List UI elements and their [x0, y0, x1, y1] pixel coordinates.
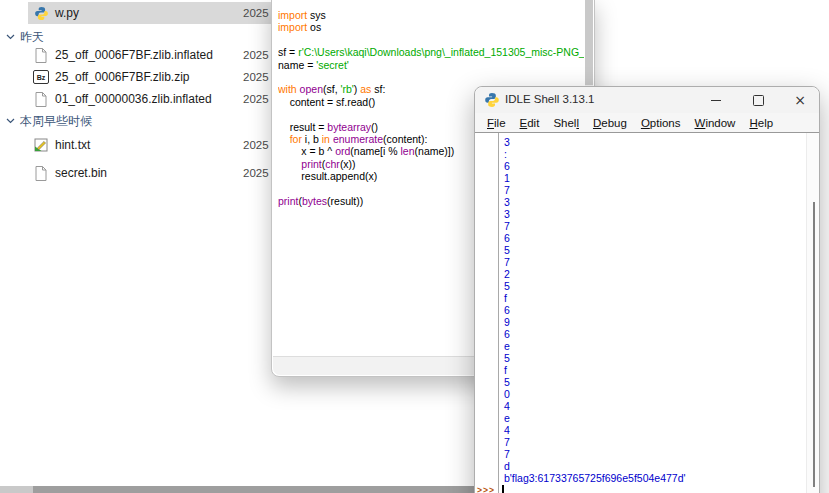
code-line [278, 34, 584, 46]
menu-shell[interactable]: Shell [546, 117, 586, 129]
group-label: 昨天 [20, 29, 44, 46]
file-row[interactable]: Bz25_off_0006F7BF.zlib.zip2025 [28, 66, 271, 88]
shell-prompt: >>> [477, 485, 495, 493]
shell-output-line: 6 [504, 232, 806, 244]
menu-file[interactable]: File [480, 117, 513, 129]
file-date: 2025 [243, 93, 269, 105]
shell-result-line: b'flag3:61733765725f696e5f504e477d' [504, 472, 806, 484]
shell-output-line: d [504, 460, 806, 472]
shell-output-line: 3 [504, 196, 806, 208]
shell-output-line: 9 [504, 316, 806, 328]
maximize-button[interactable] [741, 87, 775, 113]
shell-output-line: 3 [504, 136, 806, 148]
chevron-down-icon[interactable] [6, 34, 15, 40]
menu-window[interactable]: Window [688, 117, 743, 129]
chevron-down-icon[interactable] [6, 118, 15, 124]
file-name: 25_off_0006F7BF.zlib.inflated [55, 48, 213, 62]
shell-output-line: 5 [504, 352, 806, 364]
code-line: sf = r'C:\Users\kaqi\Downloads\png\_infl… [278, 46, 584, 58]
shell-output-line: e [504, 412, 806, 424]
document-icon [33, 165, 49, 181]
shell-output-line: 7 [504, 256, 806, 268]
close-icon: × [794, 93, 806, 107]
shell-output-line: 7 [504, 448, 806, 460]
shell-output-line: 2 [504, 268, 806, 280]
editor-vscroll-thumb[interactable] [585, 0, 593, 85]
shell-output-line: 6 [504, 304, 806, 316]
minimize-button[interactable] [699, 87, 733, 113]
shell-output-line: 4 [504, 424, 806, 436]
idle-shell-window: IDLE Shell 3.13.1 × FileEditShellDebugOp… [474, 86, 820, 493]
shell-output: 3:61733765725f696e5f504e477db'flag3:6173… [499, 133, 806, 493]
menu-debug[interactable]: Debug [586, 117, 634, 129]
shell-vertical-scrollbar[interactable] [806, 133, 819, 493]
minimize-icon [711, 100, 721, 101]
shell-vscroll-thumb[interactable] [813, 202, 815, 487]
shell-output-line: 7 [504, 436, 806, 448]
text-file-icon [33, 137, 49, 153]
file-date: 2025 [243, 167, 269, 179]
code-line: import os [278, 21, 584, 33]
window-title: IDLE Shell 3.13.1 [505, 93, 595, 105]
shell-output-line: 0 [504, 388, 806, 400]
file-date: 2025 [243, 71, 269, 83]
file-row[interactable]: 25_off_0006F7BF.zlib.inflated2025 [28, 44, 271, 66]
menu-options[interactable]: Options [634, 117, 688, 129]
explorer-horizontal-scrollbar[interactable] [0, 486, 474, 493]
close-button[interactable]: × [783, 87, 817, 113]
shell-text-area[interactable]: >>> 3:61733765725f696e5f504e477db'flag3:… [475, 132, 819, 493]
shell-output-line: 7 [504, 220, 806, 232]
zip-archive-icon: Bz [33, 69, 49, 85]
shell-output-line: e [504, 340, 806, 352]
code-line: name = 'secret' [278, 59, 584, 71]
shell-prompt-gutter: >>> [475, 133, 499, 493]
file-date: 2025 [243, 139, 269, 151]
group-label: 本周早些时候 [20, 113, 92, 130]
file-name: w.py [55, 6, 79, 20]
file-name: 01_off_00000036.zlib.inflated [55, 92, 212, 106]
file-name: hint.txt [55, 138, 90, 152]
maximize-icon [753, 95, 764, 106]
file-row[interactable]: secret.bin2025 [28, 162, 271, 184]
shell-output-line: f [504, 364, 806, 376]
shell-title-bar[interactable]: IDLE Shell 3.13.1 × [475, 87, 819, 113]
shell-output-line: 6 [504, 160, 806, 172]
document-icon [33, 47, 49, 63]
file-name: 25_off_0006F7BF.zlib.zip [55, 70, 190, 84]
file-row[interactable]: w.py2025 [28, 2, 271, 24]
menu-help[interactable]: Help [742, 117, 780, 129]
code-line [278, 71, 584, 83]
shell-output-line: 4 [504, 400, 806, 412]
file-row[interactable]: hint.txt2025 [28, 134, 271, 156]
shell-output-line: 1 [504, 172, 806, 184]
python-app-icon [484, 92, 500, 108]
shell-output-line: 7 [504, 184, 806, 196]
menu-edit[interactable]: Edit [513, 117, 547, 129]
document-icon [33, 91, 49, 107]
shell-output-line: 5 [504, 280, 806, 292]
shell-output-line: 5 [504, 376, 806, 388]
file-row[interactable]: 01_off_00000036.zlib.inflated2025 [28, 88, 271, 110]
file-date: 2025 [243, 49, 269, 61]
file-name: secret.bin [55, 166, 107, 180]
shell-output-line: 6 [504, 328, 806, 340]
file-date: 2025 [243, 7, 269, 19]
shell-output-line: 5 [504, 244, 806, 256]
shell-output-line: : [504, 148, 806, 160]
code-line: import sys [278, 9, 584, 21]
shell-output-line: f [504, 292, 806, 304]
desktop: w.py2025昨天25_off_0006F7BF.zlib.inflated2… [0, 0, 829, 493]
shell-output-line: 3 [504, 208, 806, 220]
python-file-icon [33, 5, 49, 21]
group-header[interactable]: 本周早些时候 [0, 110, 271, 132]
explorer-hscroll-thumb[interactable] [33, 486, 474, 493]
text-cursor [502, 485, 504, 493]
shell-menu-bar: FileEditShellDebugOptionsWindowHelp [475, 113, 819, 132]
